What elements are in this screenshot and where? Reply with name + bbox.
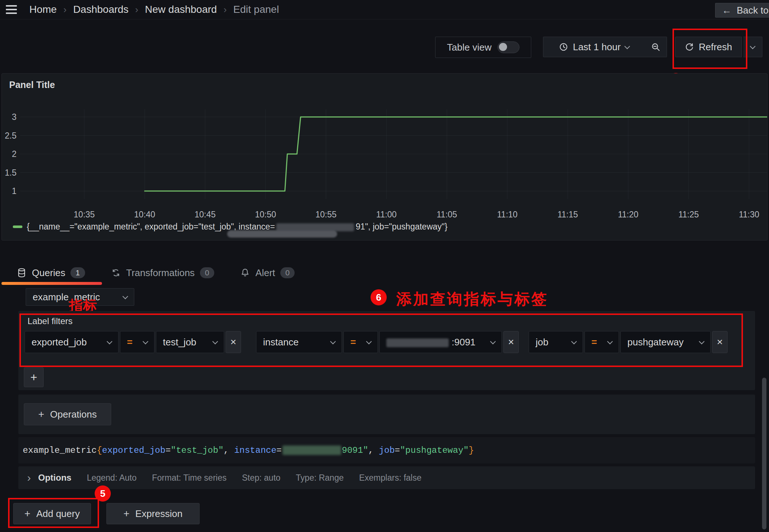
svg-text:1: 1 [12,186,17,196]
add-query-label: Add query [36,508,80,520]
filter-label-select[interactable]: exported_job [25,331,119,353]
breadcrumb-separator: › [223,4,227,15]
time-range-button[interactable]: Last 1 hour [543,37,645,57]
query-preview-section: example_metric{exported_job="test_job", … [18,437,755,463]
refresh-label: Refresh [699,41,732,53]
breadcrumb-edit-panel: Edit panel [233,4,279,15]
plus-icon: + [124,508,130,520]
tab-queries[interactable]: Queries 1 [17,267,85,279]
svg-text:10:40: 10:40 [134,210,156,219]
svg-text:10:45: 10:45 [194,210,216,219]
chevron-down-icon [571,338,577,344]
remove-filter-button[interactable]: × [503,331,519,353]
tab-transformations[interactable]: Transformations 0 [111,267,215,279]
breadcrumb-home[interactable]: Home [29,4,57,15]
back-to-button[interactable]: ← Back to [715,3,769,18]
refresh-icon [685,42,694,52]
remove-filter-button[interactable]: × [226,331,241,353]
database-icon [17,268,27,278]
filter-value-select[interactable]: test_job [156,331,224,353]
add-query-button[interactable]: + Add query [13,503,91,524]
table-view-toggle[interactable] [498,41,520,53]
svg-text:2: 2 [12,149,17,159]
breadcrumb-new-dashboard[interactable]: New dashboard [145,4,217,15]
zoom-out-button[interactable] [645,37,667,57]
menu-icon[interactable] [6,5,17,14]
svg-text:11:05: 11:05 [437,210,457,219]
chevron-down-icon [366,338,372,344]
refresh-interval-dropdown[interactable] [743,37,762,57]
operations-button[interactable]: + Operations [24,403,111,425]
filter-label-select[interactable]: job [529,331,583,353]
chevron-down-icon [107,338,113,344]
toggle-knob [499,43,507,51]
option-exemplars: Exemplars: false [359,473,422,483]
editor-tabs: Queries 1 Transformations 0 Alert 0 [17,263,320,283]
add-label-filter-button[interactable]: + [24,367,44,387]
svg-text:10:55: 10:55 [316,210,337,219]
chevron-down-icon [143,338,149,344]
breadcrumb-separator: › [135,4,138,15]
filter-value-select[interactable]: :9091 [379,331,502,353]
chevron-down-icon [624,43,630,49]
chevron-down-icon [330,338,336,344]
bell-icon [240,268,250,278]
annotation-step-badge: 5 [95,485,111,502]
chevron-down-icon [607,338,613,344]
time-range-label: Last 1 hour [573,41,620,53]
filter-operator-select[interactable]: = [120,331,154,353]
chevron-right-icon[interactable]: › [27,472,31,484]
operations-section: + Operations [18,395,755,434]
label-filter-row: exported_job = test_job × [25,331,241,353]
redacted-instance [386,338,449,347]
chevron-down-icon [699,338,705,344]
filter-label-select[interactable]: instance [256,331,342,353]
svg-text:11:15: 11:15 [557,210,578,219]
arrow-left-icon: ← [722,5,732,16]
remove-filter-button[interactable]: × [712,331,728,353]
filter-operator-select[interactable]: = [343,331,378,353]
svg-text:2.5: 2.5 [5,131,17,140]
breadcrumb-separator: › [63,4,67,15]
active-tab-indicator [1,282,102,285]
label-filters-title: Label filters [28,316,73,326]
plus-icon: + [25,508,30,520]
tab-count-badge: 0 [280,267,295,278]
zoom-out-icon [651,42,660,52]
label-filter-row: job = pushgateway × [529,331,728,353]
promql-expression: example_metric{exported_job="test_job", … [23,437,474,463]
svg-text:11:10: 11:10 [497,210,518,219]
tab-count-badge: 1 [70,267,85,278]
back-to-label: Back to [737,5,769,16]
time-series-chart: 10:3510:4010:4510:5010:5511:0011:0511:10… [2,88,767,223]
panel: Panel Title 10:3510:4010:4510:5010:5511:… [1,73,768,241]
close-icon: × [508,336,514,348]
redacted-patch [227,230,337,238]
chevron-down-icon [490,338,496,344]
svg-text:11:25: 11:25 [678,210,699,219]
tab-alert[interactable]: Alert 0 [240,267,295,279]
label-filters-section: Label filters exported_job = test_job × … [18,311,755,390]
options-toggle[interactable]: Options [38,473,72,483]
chevron-down-icon [212,338,218,344]
annotation-text-labels: 添加查询指标与标签 [396,289,548,309]
scrollbar[interactable] [762,378,766,529]
table-view-control: Table view [435,37,531,58]
svg-text:10:35: 10:35 [74,210,95,219]
tab-label: Transformations [126,267,195,279]
option-legend: Legend: Auto [87,473,137,483]
table-view-label: Table view [447,42,491,53]
option-step: Step: auto [242,473,280,483]
breadcrumb-dashboards[interactable]: Dashboards [73,4,128,15]
refresh-button[interactable]: Refresh [675,37,742,57]
tab-label: Queries [32,267,65,279]
filter-operator-select[interactable]: = [584,331,619,353]
svg-text:11:00: 11:00 [376,210,397,219]
annotation-step-badge: 6 [371,289,387,305]
svg-text:11:30: 11:30 [739,210,759,219]
option-format: Format: Time series [152,473,226,483]
option-type: Type: Range [296,473,343,483]
expression-button[interactable]: + Expression [106,503,200,524]
operations-label: Operations [50,409,97,420]
filter-value-select[interactable]: pushgateway [620,331,711,353]
